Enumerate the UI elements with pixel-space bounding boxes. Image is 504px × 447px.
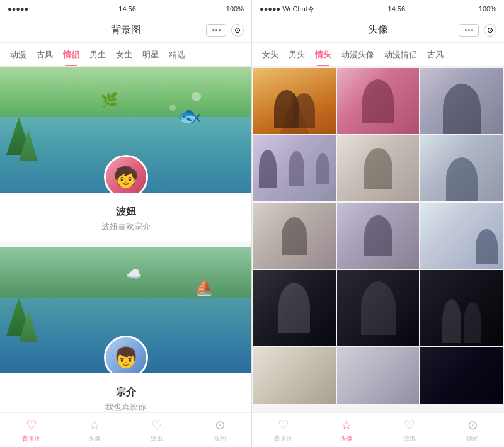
photo-visual-4 <box>253 135 336 201</box>
cat-qinglv[interactable]: 情侣 <box>58 43 84 66</box>
cat-nvsheng[interactable]: 女生 <box>111 43 137 66</box>
heart2-icon-left: ♡ <box>151 417 163 433</box>
photo-row-1 <box>253 68 503 134</box>
battery-right: 100% <box>479 5 496 13</box>
target-button-right[interactable]: ⊙ <box>484 24 496 37</box>
couple-info-1: 波妞 波妞喜欢宗介 <box>0 193 251 242</box>
heart-icon-left: ♡ <box>26 417 37 433</box>
nav-label-background-left: 背景图 <box>22 434 41 443</box>
nav-label-wallpaper-left: 壁纸 <box>151 434 163 443</box>
bubble-1 <box>192 92 201 101</box>
nav-label-avatar-right: 头像 <box>340 434 353 443</box>
header-actions-left: ⊙ <box>206 24 244 37</box>
person-icon-left: ⊙ <box>215 417 226 433</box>
ponyo-emoji: 🧒 <box>113 165 139 189</box>
nav-avatar-left[interactable]: ☆ 头像 <box>63 417 126 443</box>
photo-3[interactable] <box>420 68 503 134</box>
status-bar-left: ●●●●● 14:56 100% <box>0 0 251 18</box>
cat-nansheng[interactable]: 男生 <box>84 43 111 66</box>
photo-4[interactable] <box>253 135 336 201</box>
photo-visual-15 <box>420 347 503 404</box>
cat-jingxuan[interactable]: 精选 <box>164 43 190 66</box>
star-icon-left: ☆ <box>89 417 100 433</box>
cat-qingtou[interactable]: 情头 <box>310 43 336 66</box>
heart-icon-right: ♡ <box>278 417 289 433</box>
cat-mingxing[interactable]: 明星 <box>137 43 164 66</box>
couple-name-1: 波妞 <box>10 205 241 218</box>
star-icon-right: ☆ <box>341 417 352 433</box>
banner-1: 🐟 🌿 🧒 <box>0 67 251 193</box>
photo-visual-8 <box>337 203 420 269</box>
bottom-nav-left: ♡ 背景图 ☆ 头像 ♡ 壁纸 ⊙ 我的 <box>0 412 251 447</box>
header-left: 背景图 ⊙ <box>0 18 251 43</box>
more-button-right[interactable] <box>459 24 479 37</box>
photo-1[interactable] <box>253 68 336 134</box>
bottom-nav-right: ♡ 背景图 ☆ 头像 ♡ 壁纸 ⊙ 我的 <box>252 412 504 447</box>
time-right: 14:56 <box>388 5 406 13</box>
photo-visual-1 <box>253 68 336 134</box>
nav-wallpaper-right[interactable]: ♡ 壁纸 <box>378 417 441 443</box>
photo-11[interactable] <box>337 270 420 346</box>
cat-dongmanqinglv[interactable]: 动漫情侣 <box>379 43 422 66</box>
photo-14[interactable] <box>337 347 420 404</box>
couple-info-2: 宗介 我也喜欢你 <box>0 373 251 412</box>
couple-card-1[interactable]: 🐟 🌿 🧒 波妞 波妞喜欢宗介 <box>0 67 251 242</box>
photo-visual-2 <box>337 68 420 134</box>
photo-13[interactable] <box>253 347 336 404</box>
photo-2[interactable] <box>337 68 420 134</box>
nav-mine-left[interactable]: ⊙ 我的 <box>188 417 251 443</box>
photo-15[interactable] <box>420 347 503 404</box>
more-button-left[interactable] <box>206 24 226 37</box>
photo-10[interactable] <box>253 270 336 346</box>
left-phone: ●●●●● 14:56 100% 背景图 ⊙ 动漫 古风 情侣 男生 女生 明星… <box>0 0 252 447</box>
cat-nvtou[interactable]: 女头 <box>257 43 284 66</box>
nav-label-avatar-left: 头像 <box>88 434 101 443</box>
nav-avatar-right[interactable]: ☆ 头像 <box>315 417 378 443</box>
cat-dongmantoux[interactable]: 动漫头像 <box>336 43 379 66</box>
time-left: 14:56 <box>118 5 136 13</box>
leaf-icon: 🌿 <box>101 92 118 108</box>
target-icon-left: ⊙ <box>234 26 241 35</box>
photo-12[interactable] <box>420 270 503 346</box>
couple-sub-2: 我也喜欢你 <box>10 402 241 412</box>
photo-9[interactable] <box>420 203 503 269</box>
photo-visual-10 <box>253 270 336 346</box>
nav-background-right[interactable]: ♡ 背景图 <box>252 417 315 443</box>
couple-card-2[interactable]: ⛵ ☁️ 👦 宗介 我也喜欢你 <box>0 247 251 412</box>
banner-2: ⛵ ☁️ 👦 <box>0 247 251 373</box>
nav-mine-right[interactable]: ⊙ 我的 <box>441 417 504 443</box>
right-phone: ●●●●● WeChat令 14:56 100% 头像 ⊙ 女头 男头 情头 动… <box>252 0 504 447</box>
photo-grid <box>252 67 504 412</box>
photo-row-3 <box>253 203 503 269</box>
category-tabs-right: 女头 男头 情头 动漫头像 动漫情侣 古风 <box>252 43 504 67</box>
sosuke-emoji: 👦 <box>113 346 139 370</box>
signal-carrier-left: ●●●●● <box>8 5 28 13</box>
content-left: 🐟 🌿 🧒 波妞 波妞喜欢宗介 ⛵ ☁️ <box>0 67 251 412</box>
nav-wallpaper-left[interactable]: ♡ 壁纸 <box>126 417 189 443</box>
fish-icon: 🐟 <box>178 105 201 127</box>
couple-sub-1: 波妞喜欢宗介 <box>10 221 241 232</box>
cat-nantou[interactable]: 男头 <box>284 43 310 66</box>
cat-gufeng[interactable]: 古风 <box>32 43 58 66</box>
category-tabs-left: 动漫 古风 情侣 男生 女生 明星 精选 <box>0 43 251 67</box>
header-actions-right: ⊙ <box>459 24 496 37</box>
photo-visual-14 <box>337 347 420 404</box>
cat-dongman[interactable]: 动漫 <box>5 43 32 66</box>
nav-background-left[interactable]: ♡ 背景图 <box>0 417 63 443</box>
photo-visual-13 <box>253 347 336 404</box>
header-right: 头像 ⊙ <box>252 18 504 43</box>
bubble-2 <box>169 105 176 111</box>
photo-8[interactable] <box>337 203 420 269</box>
photo-7[interactable] <box>253 203 336 269</box>
person-icon-right: ⊙ <box>467 417 478 433</box>
photo-visual-9 <box>420 203 503 269</box>
cat-gufeng-right[interactable]: 古风 <box>422 43 449 66</box>
photo-visual-6 <box>420 135 503 201</box>
photo-5[interactable] <box>337 135 420 201</box>
photo-visual-11 <box>337 270 420 346</box>
heart2-icon-right: ♡ <box>404 417 415 433</box>
photo-6[interactable] <box>420 135 503 201</box>
target-button-left[interactable]: ⊙ <box>231 24 244 37</box>
photo-visual-12 <box>420 270 503 346</box>
nav-label-wallpaper-right: 壁纸 <box>403 434 416 443</box>
